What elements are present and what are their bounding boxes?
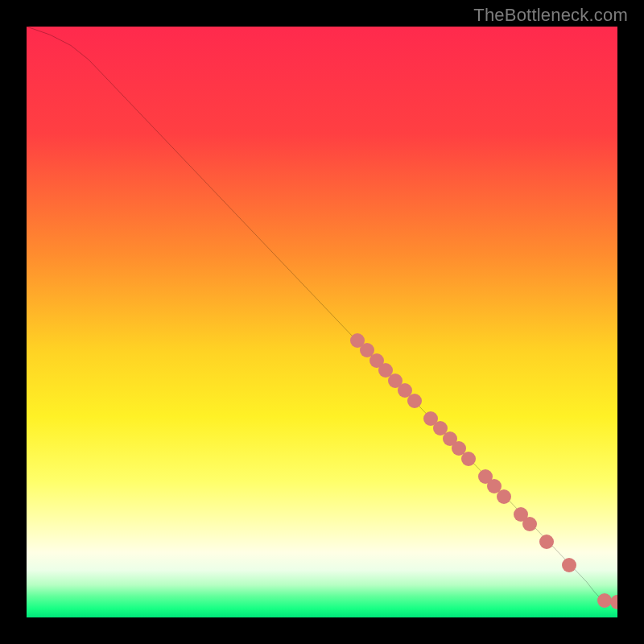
data-marker [497, 489, 511, 504]
attribution-text: TheBottleneck.com [473, 5, 628, 26]
chart-stage: TheBottleneck.com [0, 0, 644, 644]
bottleneck-curve [27, 27, 617, 602]
data-marker [461, 452, 476, 466]
data-marker [539, 535, 554, 549]
plot-area [27, 27, 617, 617]
data-marker [407, 394, 422, 408]
